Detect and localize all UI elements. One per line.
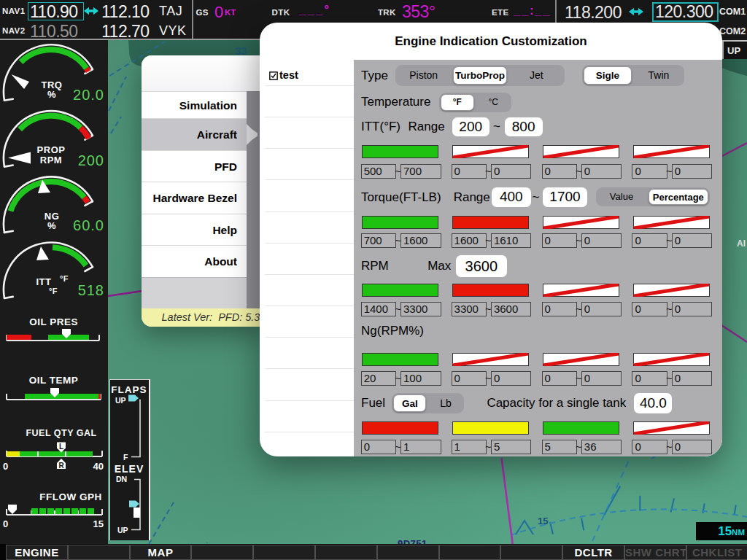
svg-text:%: % [47,89,56,100]
svg-text:UP: UP [117,526,128,534]
svg-text:DN: DN [116,475,127,483]
svg-text:F: F [123,453,128,462]
svg-text:RPM: RPM [40,155,62,166]
svg-text:%: % [47,220,56,231]
svg-text:ITT: ITT [36,276,52,287]
svg-text:0: 0 [3,518,8,529]
svg-text:40: 40 [93,461,104,472]
svg-text:200: 200 [78,152,104,168]
svg-text:518: 518 [78,282,104,298]
svg-text:FLAPS: FLAPS [111,384,147,395]
svg-text:AI: AI [737,238,746,249]
svg-text:R: R [58,462,64,470]
svg-text:FFLOW GPH: FFLOW GPH [39,491,102,502]
svg-text:L: L [59,443,63,451]
svg-text:20.0: 20.0 [73,87,104,103]
svg-text:60.0: 60.0 [73,217,104,233]
svg-text:OIL TEMP: OIL TEMP [29,375,79,386]
svg-text:°F: °F [60,274,69,283]
svg-text:15: 15 [538,516,548,526]
svg-text:FUEL QTY GAL: FUEL QTY GAL [26,428,96,438]
svg-text:0: 0 [3,461,8,472]
svg-text:OIL PRES: OIL PRES [29,316,78,327]
svg-text:ELEV: ELEV [115,463,144,475]
svg-text:°F: °F [49,287,58,295]
svg-text:15: 15 [93,518,104,529]
svg-text:UP: UP [115,396,126,405]
